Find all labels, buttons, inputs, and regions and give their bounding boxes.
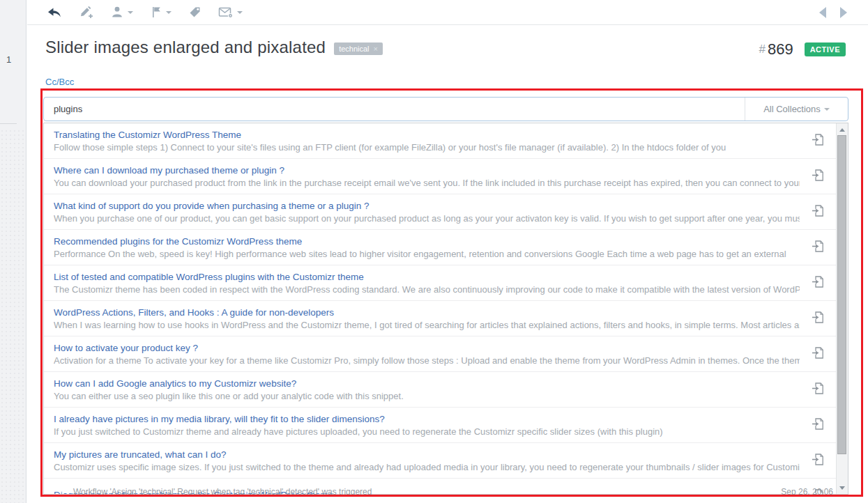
- search-result-item[interactable]: How to activate your product key ? Activ…: [44, 336, 836, 372]
- chevron-down-icon: [824, 108, 830, 114]
- tag-badge: technical ×: [334, 42, 383, 55]
- insert-article-icon: [812, 169, 824, 185]
- search-result-item[interactable]: WordPress Actions, Filters, and Hooks : …: [44, 301, 836, 336]
- insert-article-icon: [812, 382, 824, 398]
- insert-article-icon: [812, 204, 824, 220]
- previous-conversation-button[interactable]: [819, 7, 826, 18]
- result-title-link[interactable]: How can I add Google analytics to my Cus…: [54, 378, 800, 389]
- insert-article-icon: [812, 488, 824, 495]
- result-snippet: If you just switched to Customizr theme …: [54, 426, 800, 437]
- search-result-item[interactable]: List of tested and compatible WordPress …: [44, 265, 836, 301]
- next-conversation-button[interactable]: [840, 7, 847, 18]
- search-result-item[interactable]: How can I add Google analytics to my Cus…: [44, 372, 836, 408]
- result-snippet: You can either use a seo plugin like thi…: [54, 391, 800, 401]
- insert-article-button[interactable]: [800, 240, 836, 256]
- result-text: How to activate your product key ? Activ…: [54, 343, 800, 366]
- tag-remove-icon[interactable]: ×: [374, 45, 378, 53]
- add-note-button[interactable]: [79, 6, 94, 20]
- result-text: Recommended plugins for the Customizr Wo…: [54, 236, 800, 259]
- conversation-toolbar: [27, 0, 868, 25]
- scroll-up-button[interactable]: [837, 123, 848, 135]
- search-result-item[interactable]: Recommended plugins for the Customizr Wo…: [44, 230, 836, 265]
- result-text: Translating the Customizr WordPress Them…: [54, 130, 800, 153]
- result-title-link[interactable]: I already have pictures in my media libr…: [54, 414, 800, 424]
- folder-count-badge: 1: [6, 54, 11, 65]
- insert-article-button[interactable]: [800, 453, 836, 469]
- scroll-down-button[interactable]: [837, 482, 848, 494]
- status-badge: ACTIVE: [805, 42, 846, 56]
- search-result-item[interactable]: I already have pictures in my media libr…: [44, 408, 836, 443]
- tag-button[interactable]: [188, 6, 201, 19]
- result-snippet: Performance On the web, speed is key! Hi…: [54, 249, 800, 259]
- insert-article-icon: [812, 346, 824, 362]
- search-result-item[interactable]: Where can I download my purchased theme …: [44, 159, 836, 194]
- sidebar-texture: [0, 129, 26, 503]
- scrollbar-thumb[interactable]: [837, 135, 846, 454]
- result-snippet: When I was learning how to use hooks in …: [54, 320, 800, 330]
- result-title-link[interactable]: How to activate your product key ?: [54, 343, 800, 353]
- search-result-item[interactable]: Translating the Customizr WordPress Them…: [44, 123, 836, 159]
- result-snippet: Activation for a theme To activate your …: [54, 355, 800, 366]
- page-title: Slider images enlarged and pixalated: [45, 38, 326, 57]
- result-snippet: Follow those simple steps 1) Connect to …: [54, 142, 800, 153]
- ticket-number: 869: [768, 40, 793, 59]
- ticket-hash: #: [759, 42, 765, 56]
- chevron-down-icon: [128, 11, 133, 17]
- insert-article-icon: [812, 311, 824, 327]
- result-text: List of tested and compatible WordPress …: [54, 272, 800, 295]
- result-title-link[interactable]: Recommended plugins for the Customizr Wo…: [54, 236, 800, 247]
- insert-article-button[interactable]: [800, 488, 836, 495]
- result-text: How can I add Google analytics to my Cus…: [54, 378, 800, 401]
- insert-article-icon: [812, 275, 824, 291]
- insert-article-button[interactable]: [800, 275, 836, 291]
- email-settings-button[interactable]: [218, 6, 243, 19]
- search-result-item[interactable]: Diagnosing and fixing problems in the Cu…: [44, 479, 836, 495]
- result-title-link[interactable]: List of tested and compatible WordPress …: [54, 272, 800, 282]
- result-title-link[interactable]: What kind of support do you provide when…: [54, 201, 800, 211]
- result-text: Diagnosing and fixing problems in the Cu…: [54, 490, 800, 495]
- sidebar-divider: [0, 123, 17, 124]
- reply-button[interactable]: [47, 6, 62, 20]
- tag-label: technical: [339, 45, 369, 53]
- result-title-link[interactable]: My pictures are truncated, what can I do…: [54, 449, 800, 460]
- kb-search-bar: All Collections: [43, 97, 848, 121]
- workflow-flag-icon: [150, 6, 162, 19]
- conversation-nav: [819, 7, 847, 18]
- result-text: I already have pictures in my media libr…: [54, 414, 800, 437]
- result-snippet: Customizr uses specific image sizes. If …: [54, 462, 800, 472]
- status-flag-button[interactable]: [150, 6, 172, 19]
- result-title-link[interactable]: Translating the Customizr WordPress Them…: [54, 130, 800, 140]
- insert-article-button[interactable]: [800, 382, 836, 398]
- add-note-icon: [79, 6, 94, 20]
- ticket-header: Slider images enlarged and pixalated tec…: [45, 38, 383, 57]
- result-text: What kind of support do you provide when…: [54, 201, 800, 224]
- arrow-up-icon: [839, 125, 845, 132]
- insert-article-button[interactable]: [800, 169, 836, 185]
- insert-article-button[interactable]: [800, 346, 836, 362]
- assign-button[interactable]: [111, 6, 133, 19]
- chevron-down-icon: [166, 11, 172, 17]
- chevron-down-icon: [237, 11, 243, 17]
- result-title-link[interactable]: Diagnosing and fixing problems in the Cu…: [54, 490, 800, 495]
- result-text: My pictures are truncated, what can I do…: [54, 449, 800, 472]
- collections-dropdown-value: All Collections: [763, 104, 821, 114]
- result-title-link[interactable]: Where can I download my purchased theme …: [54, 165, 800, 176]
- results-list: Translating the Customizr WordPress Them…: [44, 123, 836, 495]
- result-snippet: The Customizr theme has been coded in re…: [54, 284, 800, 295]
- tag-icon: [188, 6, 201, 19]
- email-settings-icon: [218, 6, 234, 19]
- results-scrollbar[interactable]: [836, 123, 848, 494]
- result-snippet: You can download your purchased product …: [54, 178, 800, 188]
- insert-article-button[interactable]: [800, 204, 836, 220]
- insert-article-button[interactable]: [800, 311, 836, 327]
- search-result-item[interactable]: What kind of support do you provide when…: [44, 194, 836, 230]
- insert-article-button[interactable]: [800, 417, 836, 433]
- ticket-meta: # 869 ACTIVE: [759, 40, 846, 59]
- insert-article-button[interactable]: [800, 133, 836, 149]
- result-text: Where can I download my purchased theme …: [54, 165, 800, 188]
- search-result-item[interactable]: My pictures are truncated, what can I do…: [44, 443, 836, 479]
- ccbcc-link[interactable]: Cc/Bcc: [45, 77, 74, 87]
- collections-dropdown[interactable]: All Collections: [745, 98, 848, 121]
- search-input[interactable]: [44, 98, 745, 121]
- result-title-link[interactable]: WordPress Actions, Filters, and Hooks : …: [54, 307, 800, 318]
